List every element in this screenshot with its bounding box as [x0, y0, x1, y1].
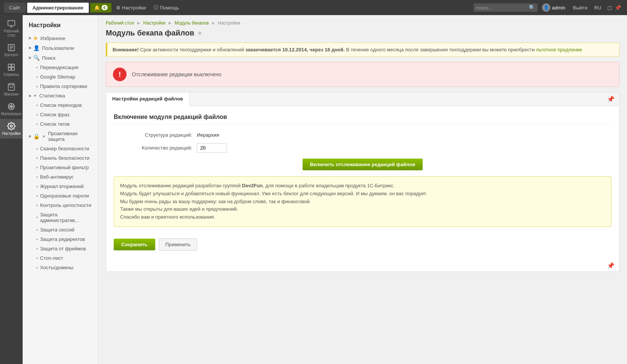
- nav-item-services[interactable]: Сервисы: [0, 60, 23, 80]
- alert-icon: !: [113, 68, 127, 81]
- menu-item-security-scanner[interactable]: Сканер безопасности: [27, 144, 98, 153]
- menu-item-hosts[interactable]: Хосты/домены: [27, 263, 98, 272]
- main-content: Рабочий стол ► Настройки ► Модуль бекапо…: [98, 15, 627, 364]
- panel-pin-top[interactable]: 📌: [602, 93, 619, 106]
- nav-label-services: Сервисы: [3, 72, 19, 77]
- menu-item-proactive-filter[interactable]: Проактивный фильтр: [27, 163, 98, 172]
- info-line-4: Также мы открыты для ваших идей и предло…: [120, 205, 605, 213]
- warning-text1: Срок активности техподдержки и обновлени…: [140, 47, 246, 52]
- menu-label-reindex: Переиндексация: [40, 65, 79, 70]
- svg-rect-8: [12, 64, 14, 67]
- menu-item-reindex[interactable]: Переиндексация: [27, 63, 98, 72]
- menu-item-sort-rules[interactable]: Правила сортировки: [27, 82, 98, 91]
- dot-icon: [36, 258, 38, 259]
- admin-button[interactable]: Администрирование: [27, 3, 89, 13]
- menu-label-sitemap: Google Sitemap: [40, 74, 75, 80]
- menu-label-tags: Список тегов: [40, 121, 70, 127]
- breadcrumb-item-backup-module[interactable]: Модуль бекапов: [175, 20, 209, 26]
- nav-item-marketplace[interactable]: Marketplace: [0, 99, 23, 119]
- dot-icon: [36, 229, 38, 231]
- panel-footer-pin[interactable]: 📌: [106, 260, 619, 271]
- panel-tabs: Настройки редакций файлов 📌: [106, 93, 619, 106]
- menu-item-redirect-protection[interactable]: Защита редиректов: [27, 234, 98, 244]
- notifications-button[interactable]: 🔔 6: [90, 3, 111, 12]
- menu-label-stats: Статистика: [39, 93, 65, 99]
- panel-body: Включение модуля редакций файлов Структу…: [106, 106, 619, 260]
- language-selector[interactable]: RU: [592, 5, 604, 11]
- settings-link[interactable]: ⚙ Настройки: [113, 5, 149, 11]
- menu-item-transitions[interactable]: Список переходов: [27, 100, 98, 110]
- main-layout: Рабочий стол Контент Сервисы Магазин Mar…: [0, 15, 627, 364]
- dot-icon: [36, 239, 38, 240]
- form-value-structure: Иерархия: [197, 132, 219, 138]
- info-line-1: Модуль отслеживание редакций разработан …: [120, 182, 605, 190]
- menu-item-sitemap[interactable]: Google Sitemap: [27, 72, 98, 82]
- menu-item-web-antivirus[interactable]: Веб-антивирус: [27, 172, 98, 182]
- pin-icon[interactable]: 📌: [615, 5, 621, 11]
- dot-icon: [36, 148, 38, 150]
- menu-label-integrity-control: Контроль целостности: [40, 202, 91, 208]
- search-input[interactable]: [476, 5, 529, 11]
- breadcrumb-item-desktop[interactable]: Рабочий стол: [106, 20, 134, 26]
- help-link[interactable]: ⓘ Помощь: [151, 4, 182, 11]
- menu-item-integrity-control[interactable]: Контроль целостности: [27, 201, 98, 210]
- dot-icon: [36, 186, 38, 187]
- page-title: Модуль бекапа файлов: [106, 29, 194, 37]
- dot-icon: [36, 76, 38, 78]
- apply-button[interactable]: Применить: [159, 238, 197, 251]
- menu-label-protection: Проактивная защита: [48, 131, 92, 142]
- top-bar: Сайт Администрирование 🔔 6 ⚙ Настройки ⓘ…: [0, 0, 627, 15]
- favorite-button[interactable]: ★: [197, 29, 202, 37]
- nav-item-content[interactable]: Контент: [0, 40, 23, 60]
- nav-item-settings[interactable]: Настройки: [0, 119, 23, 139]
- menu-item-frame-protection[interactable]: Защита от фреймов: [27, 244, 98, 253]
- collapse-icon: ▼: [42, 134, 46, 139]
- warning-bold: заканчивается 10.12.2014, через 18 дней.: [246, 47, 345, 52]
- menu-item-one-time-passwords[interactable]: Одноразовые пароли: [27, 191, 98, 201]
- menu-item-session-protection[interactable]: Защита сессий: [27, 225, 98, 234]
- menu-item-search[interactable]: 🔍 Поиск: [23, 53, 98, 63]
- menu-item-tags[interactable]: Список тегов: [27, 119, 98, 129]
- window-icon[interactable]: ▢: [607, 5, 612, 11]
- info-line-2: Модуль будет улучшаться и добавляться но…: [120, 190, 605, 198]
- count-input[interactable]: [197, 143, 227, 153]
- breadcrumb-sep: ►: [168, 20, 172, 26]
- warning-link[interactable]: льготное продление: [536, 47, 582, 52]
- menu-item-stoplist[interactable]: Стоп-лист: [27, 253, 98, 263]
- form-label-structure: Структура редакций:: [114, 132, 197, 138]
- dot-icon: [36, 67, 38, 68]
- menu-item-phrases[interactable]: Список фраз: [27, 110, 98, 119]
- menu-item-intrusion-log[interactable]: Журнал вторжений: [27, 182, 98, 191]
- menu-label-users: Пользователи: [42, 45, 74, 51]
- menu-item-security-panel[interactable]: Панель безопасности: [27, 153, 98, 163]
- side-menu-title: Настройки: [23, 19, 98, 33]
- tab-file-revisions-settings[interactable]: Настройки редакций файлов: [106, 93, 190, 106]
- svg-rect-10: [12, 68, 14, 70]
- dot-icon: [36, 157, 38, 159]
- menu-item-stats[interactable]: ▼ Статистика: [23, 91, 98, 100]
- nav-item-desktop[interactable]: Рабочий стол: [0, 17, 23, 40]
- dot-icon: [36, 105, 38, 106]
- logout-link[interactable]: Выйти: [570, 5, 591, 11]
- menu-item-admin-protection[interactable]: Защита административ...: [27, 210, 98, 225]
- dot-icon: [36, 205, 38, 206]
- nav-item-shop[interactable]: Магазин: [0, 80, 23, 99]
- breadcrumb-sep: ►: [136, 20, 141, 26]
- menu-label-sort-rules: Правила сортировки: [40, 83, 87, 89]
- star-icon: ★: [33, 35, 38, 41]
- menu-label-search: Поиск: [42, 55, 56, 61]
- menu-label-favorites: Избранное: [40, 35, 65, 41]
- enable-tracking-button[interactable]: Включить отслеживание редакций файлов: [303, 159, 423, 170]
- user-info: 👤 admin: [539, 3, 568, 12]
- save-button[interactable]: Сохранить: [114, 239, 155, 250]
- site-button[interactable]: Сайт: [4, 3, 26, 13]
- nav-label-desktop: Рабочий стол: [2, 29, 21, 37]
- menu-label-proactive-filter: Проактивный фильтр: [40, 165, 89, 170]
- menu-item-protection[interactable]: 🔒 ▼ Проактивная защита: [23, 129, 98, 144]
- search-button[interactable]: 🔍: [529, 5, 535, 11]
- info-line-5: Спасибо вам и приятного использования.: [120, 213, 605, 221]
- menu-item-favorites[interactable]: ★ Избранное: [23, 33, 98, 43]
- menu-label-session-protection: Защита сессий: [40, 227, 74, 233]
- breadcrumb-item-settings[interactable]: Настройки: [143, 20, 165, 26]
- menu-item-users[interactable]: 👤 Пользователи: [23, 43, 98, 53]
